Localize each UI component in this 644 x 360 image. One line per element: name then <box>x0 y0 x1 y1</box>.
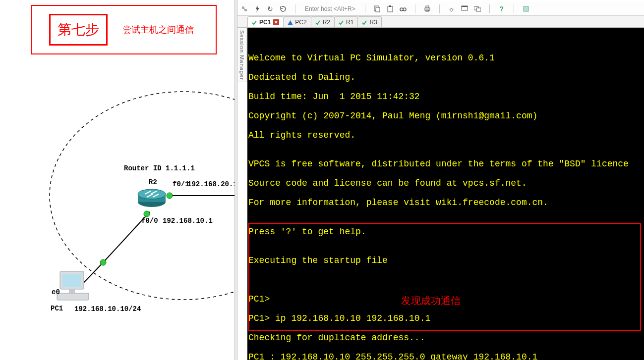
svg-rect-21 <box>389 5 391 7</box>
step-desc: 尝试主机之间通信 <box>122 24 194 36</box>
term-line: Welcome to Virtual PC Simulator, version… <box>248 53 644 63</box>
global-options-icon[interactable] <box>473 5 481 13</box>
term-line: Source code and license can be found at … <box>248 179 644 189</box>
copy-icon[interactable] <box>373 5 381 13</box>
term-line: All rights reserved. <box>248 131 644 141</box>
tab-label: PC2 <box>295 19 306 26</box>
quick-connect-icon[interactable] <box>253 5 261 13</box>
host-input[interactable]: Enter host <Alt+R> <box>303 5 357 13</box>
tab-r1[interactable]: R1 <box>334 16 358 27</box>
disconnect-icon[interactable] <box>279 5 287 13</box>
svg-point-4 <box>167 193 173 199</box>
step-box: 第七步 尝试主机之间通信 <box>31 5 217 54</box>
svg-rect-20 <box>388 6 393 12</box>
paste-icon[interactable] <box>386 5 394 13</box>
term-line: Build time: Jun 1 2015 11:42:32 <box>248 92 644 102</box>
f00-ip-label: 192.168.10.1 <box>163 217 213 225</box>
svg-rect-19 <box>376 7 380 12</box>
tab-label: PC1 <box>259 19 271 26</box>
term-line: Executing the startup file <box>248 256 644 266</box>
script-icon[interactable] <box>522 5 530 13</box>
term-line: PC1 : 192.168.10.10 255.255.255.0 gatewa… <box>248 353 644 360</box>
session-options-icon[interactable] <box>461 5 468 13</box>
term-line: Checking for duplicate address... <box>248 333 644 343</box>
term-line: PC1> <box>248 295 644 305</box>
term-line: Copyright (c) 2007-2014, Paul Meng (mirn… <box>248 111 644 121</box>
f01-label: f0/1 <box>173 180 189 188</box>
svg-rect-28 <box>462 6 468 7</box>
tab-label: R3 <box>369 19 377 26</box>
session-manager-tab[interactable]: Session Manager <box>237 28 246 82</box>
checkmark-icon <box>339 20 344 25</box>
svg-rect-16 <box>69 289 75 293</box>
svg-rect-17 <box>57 293 89 300</box>
step-number: 第七步 <box>49 14 108 46</box>
e0-label: e0 <box>52 288 60 296</box>
router-id-label: Router ID 1.1.1.1 <box>124 164 195 172</box>
term-line: Dedicated to Daling. <box>248 73 644 83</box>
svg-point-22 <box>400 8 403 11</box>
close-icon[interactable]: ✕ <box>273 19 279 25</box>
tab-label: R1 <box>346 19 353 26</box>
tab-r3[interactable]: R3 <box>357 16 381 27</box>
r2-label: R2 <box>149 178 157 186</box>
svg-point-5 <box>144 211 150 217</box>
svg-rect-30 <box>476 8 481 11</box>
tab-bar: PC1 ✕ PC2 R2 R1 R3 <box>237 16 644 28</box>
pc1-label: PC1 <box>51 305 63 312</box>
term-line: Press '?' to get help. <box>248 227 644 237</box>
term-line: VPCS is free software, distributed under… <box>248 159 644 169</box>
f01-ip-label: 192.168.20.1 <box>187 180 237 188</box>
toolbar: ↻ Enter host <Alt+R> ☼ ? <box>237 2 644 16</box>
tab-pc1[interactable]: PC1 ✕ <box>247 16 284 27</box>
print-icon[interactable] <box>423 5 431 13</box>
checkmark-icon <box>362 20 367 25</box>
pc1-ip-label: 192.168.10.10/24 <box>74 305 141 313</box>
tab-pc2[interactable]: PC2 <box>283 16 311 27</box>
svg-rect-31 <box>524 6 528 11</box>
tab-r2[interactable]: R2 <box>311 16 335 27</box>
help-icon[interactable]: ? <box>498 5 506 13</box>
svg-rect-25 <box>426 6 429 8</box>
f00-label: f0/0 <box>141 217 158 225</box>
triangle-icon <box>288 20 293 25</box>
topology-pane: Router ID 1.1.1.1 R2 f0/1 192.168.20.1 f… <box>0 0 234 360</box>
term-line: PC1> ip 192.168.10.10 192.168.10.1 <box>248 314 644 324</box>
reconnect-icon[interactable]: ↻ <box>266 5 274 13</box>
terminal-window: ↻ Enter host <Alt+R> ☼ ? PC1 ✕ <box>237 2 644 360</box>
connect-icon[interactable] <box>240 5 248 13</box>
session-manager-label: Session Manager <box>239 30 245 80</box>
terminal[interactable]: Welcome to Virtual PC Simulator, version… <box>247 28 644 360</box>
find-icon[interactable] <box>399 5 407 13</box>
checkmark-icon <box>315 20 320 25</box>
tab-label: R2 <box>323 19 330 26</box>
svg-point-23 <box>403 8 406 11</box>
term-line: For more information, please visit wiki.… <box>248 198 644 208</box>
settings-icon[interactable]: ☼ <box>448 5 456 13</box>
svg-point-6 <box>100 259 106 265</box>
svg-rect-15 <box>62 274 81 287</box>
checkmark-icon <box>252 20 257 25</box>
